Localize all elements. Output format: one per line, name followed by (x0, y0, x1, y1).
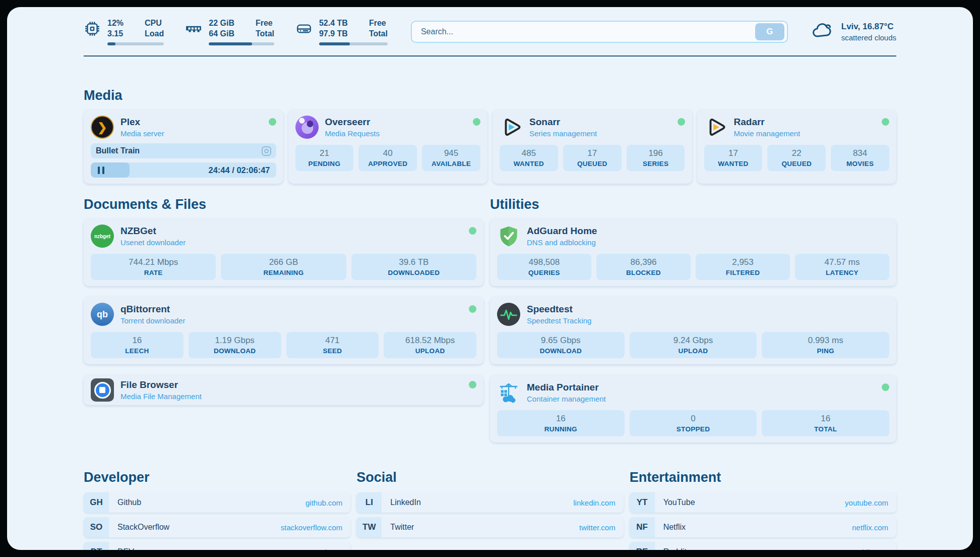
service-card-adguard[interactable]: AdGuard Home DNS and adblocking 498,508Q… (490, 218, 896, 286)
bookmark-name: StackOverflow (117, 523, 169, 532)
qbittorrent-icon: qb (91, 303, 114, 326)
status-dot (469, 227, 476, 235)
bookmark-youtube[interactable]: YT YouTube youtube.com (630, 492, 896, 513)
service-card-sonarr[interactable]: Sonarr Series management 485WANTED 17QUE… (493, 109, 692, 184)
cpu-progress-track (107, 42, 164, 45)
status-dot (678, 118, 685, 126)
stat-value: 9.24 Gbps (632, 336, 755, 346)
stat: 21PENDING (295, 145, 354, 171)
disk-total-label: Total (369, 29, 388, 39)
stat: 2,953FILTERED (696, 254, 790, 280)
stat-value: 1.19 Gbps (191, 336, 279, 346)
service-title: Sonarr (529, 117, 597, 128)
stat: 196SERIES (627, 145, 685, 171)
section-social: Social LI LinkedIn linkedin.com TW Twitt… (356, 470, 623, 550)
stat-value: 40 (360, 148, 415, 158)
stat-value: 22 (769, 148, 824, 158)
search-provider-button[interactable]: G (755, 23, 784, 40)
stat-value: 39.6 TB (353, 257, 474, 267)
stat-value: 498,508 (499, 257, 589, 267)
stat-label: PING (764, 347, 887, 355)
service-card-overseerr[interactable]: Overseerr Media Requests 21PENDING 40APP… (288, 109, 488, 184)
stat-value: 2,953 (698, 257, 788, 267)
ram-free-value: 22 GiB (209, 18, 234, 29)
stat-value: 196 (629, 148, 683, 158)
service-subtitle: Movie management (734, 129, 801, 138)
nzbget-icon: nzbget (91, 225, 114, 248)
stat-label: REMAINING (223, 269, 344, 276)
two-column-area: Documents & Files nzbget NZBGet Usenet d… (84, 197, 896, 442)
bookmark-reddit[interactable]: RE Reddit reddit.com (630, 542, 896, 550)
stat: 1.19 GbpsDOWNLOAD (189, 332, 281, 358)
dashboard-content: 12% 3.15 CPU Load (84, 16, 896, 550)
stat: 945AVAILABLE (422, 145, 480, 171)
ram-widget-body: 22 GiB 64 GiB Free Total (209, 18, 274, 45)
service-subtitle: Media server (120, 129, 164, 138)
cast-icon[interactable] (262, 146, 271, 156)
disk-widget-body: 52.4 TB 97.9 TB Free Total (319, 18, 388, 45)
service-title: NZBGet (120, 226, 186, 237)
stat: 744.21 MbpsRATE (91, 254, 216, 280)
service-subtitle: DNS and adblocking (527, 238, 597, 247)
bookmark-url: linkedin.com (573, 498, 615, 507)
stat-label: RATE (93, 269, 214, 276)
status-dot (469, 305, 476, 313)
bookmark-abbr: NF (630, 517, 655, 537)
section-title-social: Social (356, 470, 623, 485)
stat-label: SERIES (629, 160, 683, 168)
stat-label: QUERIES (499, 269, 589, 276)
service-card-qbittorrent[interactable]: qb qBittorrent Torrent downloader 16LEEC… (84, 297, 483, 364)
pause-icon[interactable] (96, 166, 105, 174)
weather-widget: Lviv, 16.87°C scattered clouds (811, 22, 896, 42)
bookmark-twitter[interactable]: TW Twitter twitter.com (356, 517, 623, 537)
service-card-filebrowser[interactable]: File Browser Media File Management (84, 375, 483, 405)
stat: 498,508QUERIES (497, 254, 591, 280)
section-title-media: Media (84, 88, 896, 103)
stat-value: 471 (288, 336, 377, 346)
service-card-portainer[interactable]: Media Portainer Container management 16R… (490, 375, 896, 442)
stat-value: 0.993 ms (764, 336, 887, 346)
playback-time: 24:44 / 02:06:47 (208, 162, 270, 178)
bookmark-github[interactable]: GH Github github.com (84, 492, 350, 513)
section-title-utilities: Utilities (490, 197, 896, 212)
service-title: Speedtest (527, 304, 591, 315)
stat: 16LEECH (91, 332, 183, 358)
search-bar: G (411, 21, 788, 43)
status-dot (882, 118, 889, 126)
qbittorrent-glyph: qb (97, 309, 108, 320)
now-playing-title: Bullet Train (96, 146, 140, 155)
bookmark-linkedin[interactable]: LI LinkedIn linkedin.com (356, 492, 623, 513)
stat-label: APPROVED (360, 160, 415, 168)
stat-label: WANTED (706, 160, 761, 168)
service-subtitle: Series management (529, 129, 597, 138)
bookmark-netflix[interactable]: NF Netflix netflix.com (630, 517, 896, 537)
bookmark-url: reddit.com (853, 548, 888, 550)
status-dot (473, 118, 480, 126)
stat: 0.993 msPING (762, 332, 889, 358)
search-input[interactable] (412, 27, 755, 36)
stat: 22QUEUED (767, 145, 826, 171)
stat-label: DOWNLOAD (499, 347, 623, 355)
bookmark-url: github.com (305, 498, 342, 507)
stat: 40APPROVED (358, 145, 417, 171)
top-bar: 12% 3.15 CPU Load (84, 16, 896, 47)
cpu-load-label: Load (145, 29, 164, 39)
stat-label: UPLOAD (632, 347, 755, 355)
service-card-speedtest[interactable]: Speedtest Speedtest Tracking 9.65 GbpsDO… (490, 297, 896, 364)
stat-value: 16 (93, 336, 181, 346)
service-card-radarr[interactable]: Radarr Movie management 17WANTED 22QUEUE… (697, 109, 897, 184)
section-documents: Documents & Files nzbget NZBGet Usenet d… (84, 197, 483, 442)
bookmark-stackoverflow[interactable]: SO StackOverflow stackoverflow.com (84, 517, 350, 537)
bookmark-dev[interactable]: DT DEV dev.to (84, 542, 350, 550)
bookmark-url: youtube.com (845, 498, 888, 507)
stat: 471SEED (286, 332, 379, 358)
stat: 9.65 GbpsDOWNLOAD (497, 332, 625, 358)
service-card-nzbget[interactable]: nzbget NZBGet Usenet downloader 744.21 M… (84, 218, 483, 286)
stat: 47.57 msLATENCY (795, 254, 889, 280)
service-card-plex[interactable]: ❯ Plex Media server Bullet Train 24:44 / (84, 109, 283, 184)
bookmark-url: stackoverflow.com (281, 523, 343, 532)
bookmark-name: Reddit (663, 547, 687, 550)
ram-total-value: 64 GiB (209, 29, 234, 39)
overseerr-icon (295, 116, 319, 139)
radarr-icon (704, 116, 727, 139)
